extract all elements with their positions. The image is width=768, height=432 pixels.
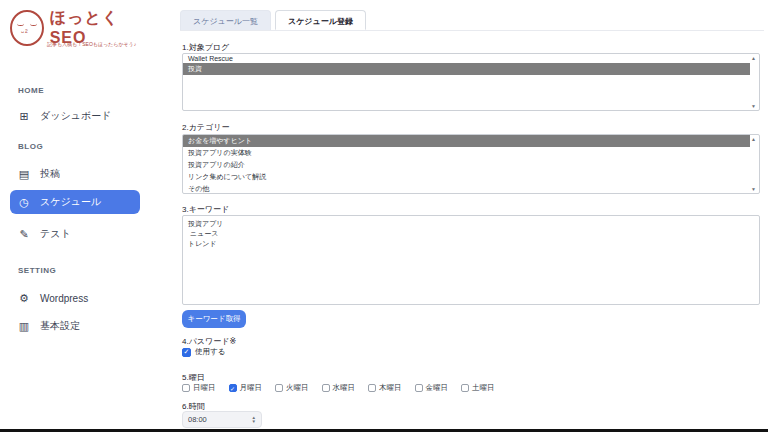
weekday-label: 日曜日 xyxy=(193,383,216,393)
app-window: ᵕ² ほっとくSEO 記事も入稿も！SEOもほったらかそう♪ HOME ⊞ ダッ… xyxy=(0,0,768,432)
category-option-selected[interactable]: お金を増やすヒント xyxy=(183,135,750,147)
category-option[interactable]: リンク集めについて解説 xyxy=(183,171,759,183)
weekday-label: 水曜日 xyxy=(333,383,356,393)
tab-schedule-register[interactable]: スケジュール登録 xyxy=(275,10,366,30)
category-option[interactable]: その他 xyxy=(183,183,759,194)
sidebar-item-test[interactable]: ✎ テスト xyxy=(10,222,140,246)
time-select-value: 08:00 xyxy=(188,415,207,424)
keyword-fetch-button[interactable]: キーワード取得 xyxy=(182,310,246,328)
scroll-up-icon[interactable]: ▲ xyxy=(751,136,756,142)
weekday-checkbox-sun[interactable] xyxy=(182,384,190,392)
category-option[interactable]: 投資アプリの紹介 xyxy=(183,159,759,171)
keyword-textarea[interactable]: 投資アプリ ニュース トレンド xyxy=(182,215,760,305)
sidebar-item-label: 投稿 xyxy=(40,167,60,181)
scroll-down-icon[interactable]: ▼ xyxy=(751,186,756,192)
logo-face-icon: ᵕ² xyxy=(10,10,44,46)
weekday-label: 火曜日 xyxy=(286,383,309,393)
weekday-checkbox-mon[interactable]: ✓ xyxy=(229,384,237,392)
sidebar-item-dashboard[interactable]: ⊞ ダッシュボード xyxy=(10,104,140,128)
clock-icon: ◷ xyxy=(18,196,30,209)
weekday-label: 木曜日 xyxy=(379,383,402,393)
password-checkbox-label: 使用する xyxy=(195,347,225,357)
wrench-icon: ⚙ xyxy=(18,292,30,305)
sidebar-item-schedule[interactable]: ◷ スケジュール xyxy=(10,190,140,214)
weekday-checkbox-wed[interactable] xyxy=(322,384,330,392)
scroll-up-icon[interactable]: ▲ xyxy=(751,55,756,61)
password-checkbox-row: ✓ 使用する xyxy=(182,347,225,357)
pen-icon: ✎ xyxy=(18,228,30,241)
password-use-checkbox[interactable]: ✓ xyxy=(182,348,191,357)
weekday-checkbox-sat[interactable] xyxy=(461,384,469,392)
category-listbox[interactable]: お金を増やすヒント 投資アプリの実体験 投資アプリの紹介 リンク集めについて解説… xyxy=(182,134,760,194)
sidebar-section-home: HOME xyxy=(18,86,44,95)
settings-scroll-icon: ▥ xyxy=(18,320,30,333)
weekday-checkbox-tue[interactable] xyxy=(275,384,283,392)
sidebar-item-basic-settings[interactable]: ▥ 基本設定 xyxy=(10,314,140,338)
password-field-label: 4.パスワード※ xyxy=(182,336,236,347)
tab-schedule-list[interactable]: スケジュール一覧 xyxy=(180,10,271,30)
post-document-icon: ▤ xyxy=(18,168,30,181)
dashboard-grid-icon: ⊞ xyxy=(18,110,30,123)
sidebar-section-setting: SETTING xyxy=(18,266,56,275)
weekday-field-label: 5.曜日 xyxy=(182,372,205,383)
category-field-label: 2.カテゴリー xyxy=(182,122,229,133)
weekday-label: 月曜日 xyxy=(240,383,263,393)
tab-bar: スケジュール一覧 スケジュール登録 xyxy=(180,10,764,31)
sidebar-section-blog: BLOG xyxy=(18,142,43,151)
sidebar-item-post[interactable]: ▤ 投稿 xyxy=(10,162,140,186)
category-listbox-scrollbar[interactable]: ▲ ▼ xyxy=(749,136,758,192)
sidebar-item-label: テスト xyxy=(40,227,71,241)
weekday-label: 金曜日 xyxy=(426,383,449,393)
blog-field-label: 1.対象ブログ xyxy=(182,42,229,53)
blog-option[interactable]: Wallet Rescue xyxy=(183,54,759,63)
weekday-label: 土曜日 xyxy=(472,383,495,393)
blog-listbox[interactable]: Wallet Rescue 投資 ▲ ▼ xyxy=(182,53,760,111)
sidebar-item-label: 基本設定 xyxy=(40,319,80,333)
main-content: スケジュール一覧 スケジュール登録 1.対象ブログ Wallet Rescue … xyxy=(148,0,768,432)
sidebar-item-wordpress[interactable]: ⚙ Wordpress xyxy=(10,286,140,310)
weekday-checkbox-group: 日曜日 ✓月曜日 火曜日 水曜日 木曜日 金曜日 土曜日 xyxy=(182,383,495,393)
sidebar-item-label: Wordpress xyxy=(40,293,88,304)
blog-listbox-scrollbar[interactable]: ▲ ▼ xyxy=(749,55,758,109)
scroll-down-icon[interactable]: ▼ xyxy=(751,103,756,109)
keyword-field-label: 3.キーワード xyxy=(182,204,229,215)
time-select[interactable]: 08:00 ▲▼ xyxy=(182,411,262,428)
weekday-checkbox-thu[interactable] xyxy=(368,384,376,392)
blog-option-selected[interactable]: 投資 xyxy=(183,63,750,75)
app-tagline: 記事も入稿も！SEOもほったらかそう♪ xyxy=(47,41,136,47)
sidebar-item-label: スケジュール xyxy=(40,195,101,209)
category-option[interactable]: 投資アプリの実体験 xyxy=(183,147,759,159)
sidebar-item-label: ダッシュボード xyxy=(40,109,111,123)
weekday-checkbox-fri[interactable] xyxy=(415,384,423,392)
sidebar: ᵕ² ほっとくSEO 記事も入稿も！SEOもほったらかそう♪ HOME ⊞ ダッ… xyxy=(0,0,148,432)
select-stepper-icon: ▲▼ xyxy=(252,416,256,424)
